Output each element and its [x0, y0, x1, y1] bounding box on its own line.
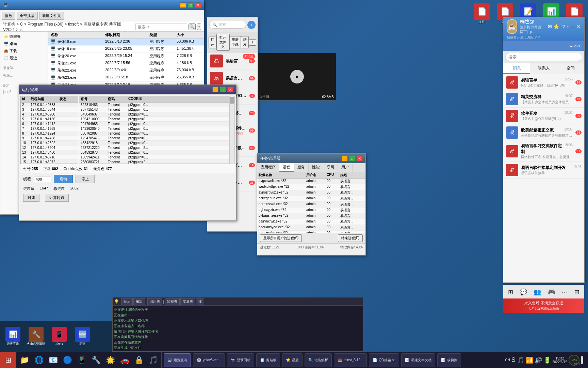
account-row[interactable]: 2580883721Tencentpt2gguin=2... — [79, 160, 229, 164]
tm-process-row[interactable]: bajryhxrwk.exe *32admin00易语言... — [257, 219, 365, 225]
thread-row[interactable]: 15127.0.0.1:43972 — [21, 160, 78, 164]
scroll-area[interactable] — [229, 96, 235, 164]
qq-nav-games[interactable]: 🎮 — [548, 288, 555, 296]
account-row[interactable]: 2937212220Tencentpt2gguin=2... — [79, 145, 229, 150]
search-button[interactable]: 🔍 — [189, 24, 196, 30]
video-thumbnail[interactable]: 2年前 62.8MB ▶ — [258, 53, 336, 101]
start-button[interactable]: 启动 — [54, 175, 73, 183]
desk-app-1[interactable]: 📊 通查直询 — [3, 327, 23, 346]
tm-maximize[interactable]: □ — [349, 156, 355, 161]
tm-process-row[interactable]: bghexyjztr.exe *32admin00易语言... — [257, 208, 365, 213]
sidebar-downloads[interactable]: 📥 下载 — [2, 47, 46, 55]
qq-message-item[interactable]: 易 易语言导... 15:55 NA_JM:大家好，我是NA_JM... 99 — [503, 74, 584, 91]
col-date[interactable]: 修改日期 — [105, 32, 149, 37]
tm-col-user[interactable]: 用户名 — [306, 173, 327, 178]
desk-app-3[interactable]: 📱 其他1 — [49, 327, 69, 346]
add-button[interactable]: + — [197, 24, 201, 30]
account-table[interactable]: 账号 密码 COOKIE 522810486Tencentpt2gguin=0.… — [79, 96, 229, 164]
account-row[interactable]: 1669942411Tencentpt2gguin=0... — [79, 155, 229, 160]
running-maximize[interactable]: □ — [220, 87, 226, 92]
thread-row[interactable]: 12127.0.0.1:43204 — [21, 145, 78, 150]
file-row[interactable]: 🖥️录像18.exe 2022/5/10 2:36 应用程序 50,306 KB — [48, 39, 204, 46]
qq-search-input[interactable] — [505, 53, 582, 61]
desk-app-2[interactable]: 🔧 火山点赞源码 — [26, 327, 46, 346]
tm-process-row[interactable]: ayimzrpvuz.exe *32admin00易语言... — [257, 190, 365, 196]
running-close[interactable]: ✕ — [227, 87, 233, 92]
thread-row[interactable]: 7127.0.0.1:41668 — [21, 126, 78, 131]
taskbar-app-3[interactable]: 📷登录回帖 — [227, 353, 254, 367]
add-contact-button[interactable]: + — [247, 21, 256, 29]
tl-mail[interactable]: 📧 — [46, 353, 60, 367]
tm-tab-users[interactable]: 用户 — [338, 163, 353, 172]
account-row[interactable]: 1433620540Tencentpt2gguin=0... — [79, 126, 229, 131]
tm-tab-services[interactable]: 服务 — [294, 163, 309, 172]
qq-nav-more[interactable]: ⋯ — [562, 288, 568, 296]
debug-output-btn[interactable]: 输出 — [133, 298, 145, 305]
video-play-button[interactable]: ▶ — [290, 70, 304, 83]
tm-process-row[interactable]: avgcewelt.exe *32admin00易语言... — [257, 179, 365, 184]
address-bar[interactable]: 计算机 > C > Program Files (x86) > tlxsoft … — [0, 22, 204, 32]
tm-col-cpu[interactable]: CPU — [327, 173, 340, 178]
file-row[interactable]: 🖥️录像22.exe 2022/6/9 4:01 应用程序 75,934 KB — [48, 67, 204, 74]
qq-nav-contacts2[interactable]: 👥 — [534, 288, 541, 296]
qq-message-item[interactable]: 易 精英交流群 19:07 【禁言】@全体成员@全体成员... 99 — [503, 91, 584, 108]
thread-list[interactable]: id 线程句柄 状态 2127.0.0.1:403883127.0.0.1:40… — [20, 96, 78, 164]
tm-minimize[interactable]: — — [342, 156, 348, 161]
speed-button[interactable]: 时速 — [23, 194, 39, 202]
taskbar-app-5[interactable]: ⭐星版 — [282, 353, 303, 367]
tl-edge[interactable]: 🌐 — [32, 353, 46, 367]
tm-tab-performance[interactable]: 性能 — [309, 163, 323, 172]
stop-button[interactable]: 停止 — [76, 175, 95, 183]
taskbar-app-6[interactable]: 🔍域名解析 — [305, 353, 332, 367]
tray-clock[interactable]: 19:32 2022/6/15 — [552, 356, 568, 364]
thread-row[interactable]: 9127.0.0.1:42438 — [21, 136, 78, 141]
thread-row[interactable]: 5127.0.0.1:41156 — [21, 117, 78, 122]
file-row[interactable]: 🖥️录像20.exe 2022/5/29 15:24 应用程序 7,228 KB — [48, 53, 204, 60]
qq-star-icon[interactable]: ⭐ — [553, 24, 559, 29]
tl-app5[interactable]: 🔒 — [132, 353, 146, 367]
debug-search-btn[interactable]: 搜 — [196, 298, 204, 305]
tl-app6[interactable]: 🎵 — [146, 353, 160, 367]
col-type[interactable]: 类型 — [149, 32, 177, 37]
taskbar-app-4[interactable]: 📋剪贴板 — [256, 353, 280, 367]
open-button[interactable]: 打开 — [209, 36, 216, 48]
tl-app2[interactable]: 🔧 — [89, 353, 103, 367]
thread-row[interactable]: 14127.0.0.1:43716 — [21, 155, 78, 160]
tm-close[interactable]: ✕ — [357, 156, 363, 161]
tray-network[interactable]: 📶 — [526, 356, 533, 364]
play-all-button[interactable]: 全部播放 — [17, 12, 38, 20]
thread-row[interactable]: 6127.0.0.1:41412 — [21, 122, 78, 126]
qq-contact-item[interactable]: 易 易语言软件... 99 新消息 — [207, 52, 258, 70]
tm-process-row[interactable]: bnouansyed.exe *32admin00易语言... — [257, 225, 365, 231]
more-button[interactable]: ⋮ — [249, 39, 256, 46]
forward-button[interactable]: 转发 — [241, 36, 249, 48]
tl-ie[interactable]: 🔵 — [61, 353, 74, 367]
thread-row[interactable]: 10127.0.0.1:42692 — [21, 141, 78, 145]
qq-search-field[interactable]: 🔍 搜索 — [209, 21, 246, 29]
sidebar-recent[interactable]: 🕒 最近 — [2, 55, 46, 62]
thread-row[interactable]: 13127.0.0.1:43460 — [21, 150, 78, 155]
account-row[interactable]: 453422918Tencentpt2gguin=0... — [79, 141, 229, 145]
new-folder-button[interactable]: 新建文件夹 — [39, 12, 64, 20]
tray-show-desktop[interactable]: ▌ — [581, 356, 585, 364]
tm-col-name[interactable]: 映像名称 — [259, 173, 306, 178]
sidebar-location[interactable]: ⭐ 收藏夹 — [2, 33, 46, 40]
qq-window-min[interactable]: — — [571, 24, 575, 29]
calc-speed-button[interactable]: 计算时速 — [45, 194, 69, 202]
tray-battery[interactable]: 🔋 — [543, 356, 551, 364]
tm-show-all-button[interactable]: 显示所有用户的进程(S) — [260, 234, 302, 242]
tm-process-row[interactable]: bermnssxd.exe *32admin00易语言... — [257, 202, 365, 208]
search-input[interactable] — [135, 24, 187, 30]
debug-var-btn[interactable]: 变量表 — [180, 298, 195, 305]
taskbar-app-9[interactable]: 📝新建文本文档 — [401, 353, 435, 367]
tm-tab-network[interactable]: 联网 — [323, 163, 338, 172]
qq-message-item[interactable]: 易 软件开发 19:07 【置名】@心跳我动(图片) 99 — [503, 108, 584, 124]
taskbar-app-10[interactable]: 📝或切换 — [437, 353, 461, 367]
tm-col-desc[interactable]: 描述 — [340, 173, 368, 178]
file-row[interactable]: 🖥️录像23.exe 2022/6/9 5:18 应用程序 26,355 KB — [48, 74, 204, 81]
tm-tab-apps[interactable]: 应用程序 — [257, 163, 279, 172]
file-row[interactable]: 🖥️录像19.exe 2022/5/25 23:05 应用程序 1,451,38… — [48, 46, 204, 53]
tm-process-row[interactable]: bkbaashzei.exe *32admin00易语言... — [257, 213, 365, 219]
running-minimize[interactable]: — — [212, 87, 218, 92]
account-row[interactable]: 545049637Tencentpt2gguin=0... — [79, 112, 229, 117]
